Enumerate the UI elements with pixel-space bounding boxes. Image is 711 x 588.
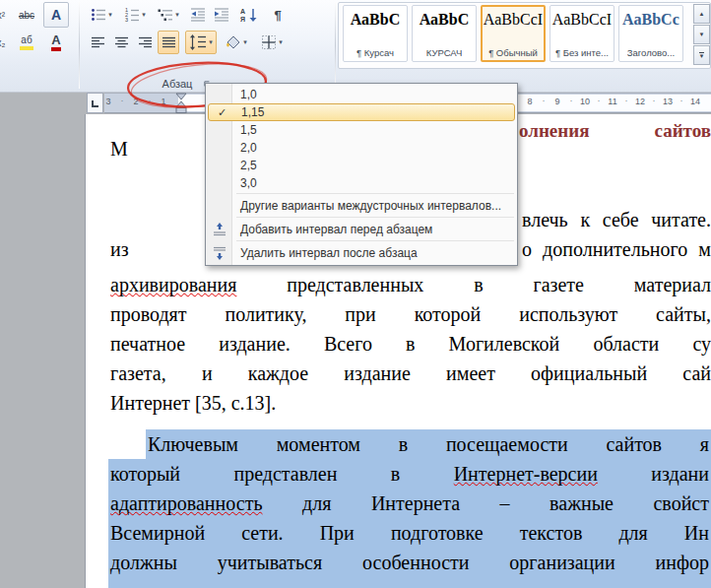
justify-button[interactable] xyxy=(158,31,179,54)
align-center-button[interactable] xyxy=(110,31,132,54)
menu-item-label: Добавить интервал перед абзацем xyxy=(240,223,432,236)
ruler-number: 11 xyxy=(607,97,618,106)
align-left-button[interactable] xyxy=(87,31,108,54)
tab-selector[interactable] xyxy=(87,93,103,113)
line-spacing-button[interactable]: ▾ xyxy=(185,31,217,54)
text-line: о дополнительного м xyxy=(522,234,711,264)
style-card[interactable]: АаBbСсІ¶ Без инте... xyxy=(549,5,614,62)
style-gallery-more-button[interactable]: ▼ xyxy=(693,45,710,65)
text-line: проводят политику, при которой использую… xyxy=(110,299,711,329)
misspelled-word: адаптированность xyxy=(110,492,263,514)
selected-text-line: Всемирной сети. При подготовке текстов д… xyxy=(108,518,711,548)
text-effects-icon[interactable]: А xyxy=(43,2,69,28)
menu-item-label: 3,0 xyxy=(240,176,257,190)
menu-item[interactable]: 2,0 xyxy=(206,139,517,157)
menu-item[interactable]: 1,5 xyxy=(206,121,517,139)
menu-item[interactable]: Удалить интервал после абзаца xyxy=(206,242,517,263)
ruler-tick: · xyxy=(596,96,602,105)
group-separator xyxy=(79,2,80,89)
text-line: печатное издание. Всего в Могилевской об… xyxy=(110,329,711,359)
chevron-down-icon: ▾ xyxy=(108,11,112,19)
style-card[interactable]: АаBbСсЗаголово... xyxy=(618,5,683,62)
highlight-glyph: аб xyxy=(20,34,32,50)
numbering-button[interactable]: 123 ▾ xyxy=(120,3,150,27)
superscript-icon[interactable]: x² xyxy=(0,3,12,27)
misspelled-word: архивирования xyxy=(110,274,236,295)
menu-item[interactable]: 3,0 xyxy=(206,174,517,192)
borders-icon xyxy=(261,34,277,50)
menu-item-label: 1,5 xyxy=(240,123,257,137)
menu-item[interactable]: ✓1,15 xyxy=(208,103,515,121)
superscript-glyph: x² xyxy=(0,10,5,21)
style-gallery-down-button[interactable]: ▼ xyxy=(693,25,710,44)
selected-text-line: Ключевым моментом в посещаемости сайтов … xyxy=(146,429,711,459)
pilcrow-icon: ¶ xyxy=(274,8,281,23)
selected-text-line: который представлен в Интернет-версии из… xyxy=(108,459,711,489)
style-gallery-up-button[interactable]: ▲ xyxy=(693,4,710,24)
font-color-icon[interactable]: А xyxy=(43,30,69,55)
style-preview: АаBbС xyxy=(351,11,400,29)
style-preview: АаBbСс xyxy=(622,11,679,29)
ribbon: x² abc А x₂ аб А ▾ 123 ▾ ▾ АЯ ¶ xyxy=(0,0,711,93)
selected-text-line xyxy=(108,577,711,588)
shading-button[interactable]: ▾ xyxy=(221,31,252,54)
align-right-button[interactable] xyxy=(134,31,156,54)
style-preview: АаBbС xyxy=(420,11,469,29)
style-label: ¶ Обычный xyxy=(488,47,538,58)
menu-item[interactable]: Добавить интервал перед абзацем xyxy=(206,219,517,239)
align-left-icon xyxy=(91,35,105,50)
multilevel-list-button[interactable]: ▾ xyxy=(154,3,183,27)
sort-button[interactable]: АЯ xyxy=(236,3,262,27)
menu-separator xyxy=(236,217,514,218)
decrease-indent-button[interactable] xyxy=(187,3,209,27)
decrease-indent-icon xyxy=(190,7,206,23)
line-spacing-menu: 1,0✓1,151,52,02,53,0Другие варианты межд… xyxy=(205,83,518,266)
ruler-number: 14 xyxy=(689,97,701,106)
menu-item-gutter xyxy=(211,140,227,156)
borders-button[interactable]: ▾ xyxy=(256,31,288,54)
style-card[interactable]: АаBbС¶ Курсач xyxy=(343,5,408,62)
menu-item[interactable]: 2,5 xyxy=(206,157,517,174)
font-color-glyph: А xyxy=(51,33,60,51)
style-preview: АаBbСсІ xyxy=(484,11,543,29)
strikethrough-glyph: abc xyxy=(19,10,34,21)
menu-separator xyxy=(236,240,514,241)
ruler-number: 13 xyxy=(662,97,674,106)
line-spacing-icon xyxy=(189,34,207,50)
ruler-tick: · xyxy=(568,96,574,105)
paint-bucket-icon xyxy=(226,34,241,50)
ruler-number: 9 xyxy=(551,97,563,106)
ruler-tick: · xyxy=(679,96,684,105)
selected-text-line: адаптированность для Интернета – важные … xyxy=(108,489,711,518)
style-label: ¶ Без инте... xyxy=(555,47,609,58)
misspelled-word: Интернет-версии xyxy=(454,463,598,485)
justify-icon xyxy=(162,35,176,50)
ruler-number: 10 xyxy=(579,97,591,106)
ruler-tick: · xyxy=(623,96,629,105)
add-space-before-paragraph-icon xyxy=(211,222,227,237)
ruler-number: 12 xyxy=(634,97,646,106)
ruler-number: 3 xyxy=(102,97,114,106)
strikethrough-icon[interactable]: abc xyxy=(14,3,39,27)
increase-indent-button[interactable] xyxy=(211,3,232,27)
menu-item-gutter xyxy=(211,87,227,102)
word-application-window: x² abc А x₂ аб А ▾ 123 ▾ ▾ АЯ ¶ xyxy=(0,0,711,588)
text-line: Интернет [35, с.13]. xyxy=(110,388,711,418)
chevron-down-icon: ▾ xyxy=(175,11,179,19)
text-highlight-color-icon[interactable]: аб xyxy=(14,31,39,54)
selected-text-line: должны учитываться особенности организац… xyxy=(108,548,711,577)
subscript-icon[interactable]: x₂ xyxy=(0,31,12,54)
bullets-button[interactable]: ▾ xyxy=(87,3,116,27)
menu-item-label: Удалить интервал после абзаца xyxy=(240,246,418,260)
menu-item-label: 2,5 xyxy=(240,159,257,172)
checkmark-icon: ✓ xyxy=(214,104,230,120)
style-card[interactable]: АаBbСКУРСАЧ xyxy=(412,5,477,62)
style-card[interactable]: АаBbСсІ¶ Обычный xyxy=(481,5,546,62)
more-styles-icon: ▼ xyxy=(699,52,705,59)
menu-item-label: 1,15 xyxy=(241,105,264,119)
menu-item[interactable]: 1,0 xyxy=(206,86,517,103)
text-effects-glyph: А xyxy=(51,7,61,23)
chevron-down-icon: ▾ xyxy=(142,11,146,19)
show-formatting-marks-button[interactable]: ¶ xyxy=(266,3,290,27)
menu-item[interactable]: Другие варианты междустрочных интервалов… xyxy=(206,195,517,216)
